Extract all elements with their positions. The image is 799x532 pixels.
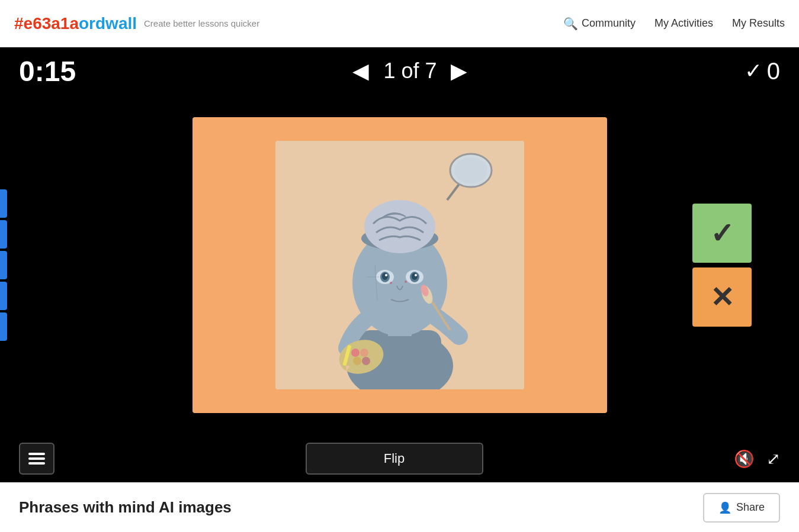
nav: 🔍 Community My Activities My Results xyxy=(563,17,785,31)
fullscreen-button[interactable]: ⤢ xyxy=(766,449,780,469)
flashcard[interactable] xyxy=(192,117,607,413)
svg-point-29 xyxy=(362,357,370,365)
logo-w: #e63a1a xyxy=(14,14,79,33)
left-tab-1 xyxy=(0,189,7,218)
game-bottombar: Flip 🔇 ⤢ xyxy=(0,435,799,482)
svg-point-28 xyxy=(353,357,361,365)
score-area: ✓ 0 xyxy=(745,58,780,85)
bottom-info: Phrases with mind AI images 👤 Share xyxy=(0,482,799,532)
svg-point-26 xyxy=(351,349,360,357)
person-icon: 👤 xyxy=(718,501,731,514)
next-button[interactable]: ▶ xyxy=(446,59,472,83)
answer-buttons: ✓ ✕ xyxy=(692,204,752,327)
game-area: 0:15 ◀ 1 of 7 ▶ ✓ 0 xyxy=(0,47,799,482)
my-results-nav[interactable]: My Results xyxy=(732,17,785,30)
my-activities-label: My Activities xyxy=(654,17,713,30)
card-image xyxy=(275,141,524,389)
svg-point-14 xyxy=(382,273,388,280)
checkmark-icon: ✓ xyxy=(710,217,734,250)
right-controls: 🔇 ⤢ xyxy=(734,449,780,469)
my-activities-nav[interactable]: My Activities xyxy=(654,17,713,30)
community-label: Community xyxy=(582,17,636,30)
left-tab-5 xyxy=(0,312,7,341)
flip-button[interactable]: Flip xyxy=(306,443,483,475)
game-topbar: 0:15 ◀ 1 of 7 ▶ ✓ 0 xyxy=(0,47,799,95)
svg-point-17 xyxy=(415,274,417,276)
x-icon: ✕ xyxy=(710,280,734,314)
left-tab-3 xyxy=(0,251,7,279)
pagination-text: 1 of 7 xyxy=(383,59,437,83)
svg-point-27 xyxy=(360,349,368,357)
svg-point-6 xyxy=(364,200,435,253)
share-button[interactable]: 👤 Share xyxy=(703,493,780,523)
left-tabs xyxy=(0,189,7,341)
svg-point-15 xyxy=(412,273,418,280)
timer: 0:15 xyxy=(19,55,76,88)
mute-button[interactable]: 🔇 xyxy=(734,449,755,469)
mute-icon: 🔇 xyxy=(734,450,755,468)
logo[interactable]: #e63a1aordwall xyxy=(14,14,137,33)
hamburger-icon xyxy=(28,450,45,467)
score-value: 0 xyxy=(767,58,780,85)
prev-button[interactable]: ◀ xyxy=(348,59,374,83)
menu-button[interactable] xyxy=(19,443,54,475)
tagline: Create better lessons quicker xyxy=(144,18,259,28)
svg-point-16 xyxy=(385,274,387,276)
true-button[interactable]: ✓ xyxy=(692,204,752,263)
card-illustration xyxy=(275,141,524,389)
fullscreen-icon: ⤢ xyxy=(766,450,780,468)
svg-point-18 xyxy=(390,282,392,284)
activity-title: Phrases with mind AI images xyxy=(19,498,232,517)
checkmark-icon: ✓ xyxy=(745,59,762,83)
left-tab-2 xyxy=(0,220,7,249)
search-icon: 🔍 xyxy=(563,17,578,31)
false-button[interactable]: ✕ xyxy=(692,267,752,327)
header: #e63a1aordwall Create better lessons qui… xyxy=(0,0,799,47)
svg-point-9 xyxy=(454,157,487,183)
left-tab-4 xyxy=(0,282,7,310)
logo-area: #e63a1aordwall Create better lessons qui… xyxy=(14,14,563,33)
community-nav[interactable]: 🔍 Community xyxy=(563,17,636,31)
flip-label: Flip xyxy=(384,451,405,466)
my-results-label: My Results xyxy=(732,17,785,30)
svg-point-19 xyxy=(405,280,407,283)
logo-rest: ordwall xyxy=(79,14,137,33)
share-label: Share xyxy=(736,501,765,514)
card-container: ✓ ✕ xyxy=(0,95,799,435)
pagination: ◀ 1 of 7 ▶ xyxy=(348,59,472,83)
